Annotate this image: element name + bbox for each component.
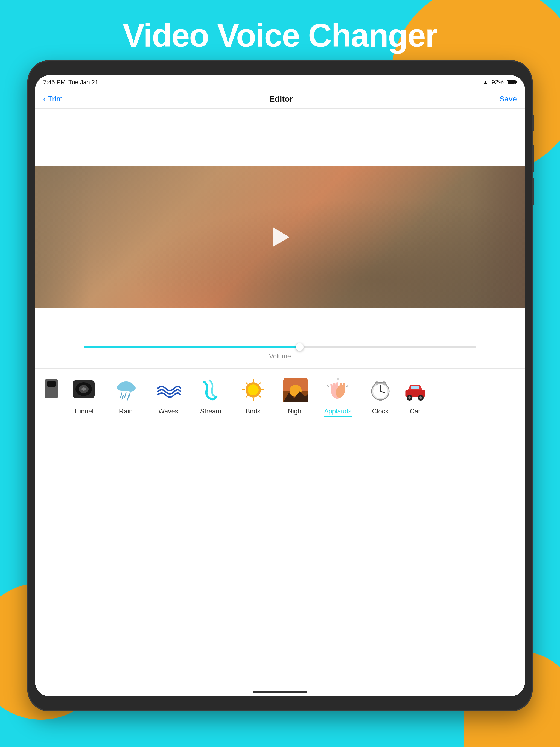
svg-point-5 bbox=[81, 387, 86, 391]
sound-item-partial-left[interactable]: t bbox=[41, 376, 62, 415]
video-player[interactable] bbox=[35, 166, 525, 308]
back-button[interactable]: ‹ Trim bbox=[43, 94, 63, 104]
svg-rect-34 bbox=[342, 383, 345, 389]
date-display: Tue Jan 21 bbox=[68, 79, 98, 86]
svg-rect-1 bbox=[47, 381, 55, 387]
waves-label: Waves bbox=[158, 407, 178, 415]
ipad-power-button[interactable] bbox=[533, 115, 534, 131]
svg-rect-48 bbox=[411, 386, 414, 389]
status-bar: 7:45 PM Tue Jan 21 ▲ 92% bbox=[35, 75, 525, 89]
ipad-frame: 7:45 PM Tue Jan 21 ▲ 92% ‹ Trim Editor bbox=[27, 60, 533, 712]
svg-line-13 bbox=[127, 395, 129, 400]
page-title: Editor bbox=[269, 94, 293, 104]
svg-line-11 bbox=[129, 393, 130, 397]
status-left: 7:45 PM Tue Jan 21 bbox=[43, 79, 98, 86]
volume-area: Volume bbox=[35, 308, 525, 368]
nav-bar: ‹ Trim Editor Save bbox=[35, 89, 525, 108]
sound-item-car[interactable]: Car bbox=[401, 376, 429, 415]
svg-line-10 bbox=[125, 393, 126, 397]
applauds-icon bbox=[324, 376, 352, 404]
sound-item-birds[interactable]: Birds bbox=[232, 376, 274, 415]
tunnel-icon bbox=[70, 376, 97, 404]
svg-point-53 bbox=[419, 396, 422, 399]
car-label: Car bbox=[410, 407, 421, 415]
battery-fill bbox=[508, 81, 515, 84]
slider-fill bbox=[84, 346, 299, 347]
volume-label: Volume bbox=[269, 353, 291, 360]
sound-item-tunnel[interactable]: Tunnel bbox=[62, 376, 105, 415]
svg-line-21 bbox=[259, 395, 261, 397]
svg-line-36 bbox=[346, 385, 348, 387]
above-video-area bbox=[35, 108, 525, 166]
sound-item-clock[interactable]: Clock bbox=[359, 376, 401, 415]
svg-point-15 bbox=[248, 384, 259, 395]
slider-thumb[interactable] bbox=[296, 343, 304, 351]
night-label: Night bbox=[288, 407, 303, 415]
clock-label: Clock bbox=[372, 407, 388, 415]
tunnel-label: Tunnel bbox=[74, 407, 94, 415]
sound-item-night[interactable]: Night bbox=[274, 376, 316, 415]
battery-percent: 92% bbox=[492, 79, 504, 86]
sound-item-waves[interactable]: Waves bbox=[147, 376, 189, 415]
ipad-volume-down-button[interactable] bbox=[533, 178, 534, 205]
chevron-left-icon: ‹ bbox=[43, 94, 46, 104]
play-button[interactable] bbox=[268, 225, 292, 249]
svg-point-52 bbox=[408, 396, 411, 399]
svg-line-9 bbox=[121, 393, 122, 397]
wifi-icon: ▲ bbox=[482, 79, 488, 86]
birds-label: Birds bbox=[246, 407, 261, 415]
battery-tip bbox=[516, 81, 517, 83]
stream-label: Stream bbox=[200, 407, 221, 415]
battery-icon bbox=[507, 80, 517, 84]
time-display: 7:45 PM bbox=[43, 79, 66, 86]
svg-line-12 bbox=[122, 395, 123, 400]
svg-rect-49 bbox=[415, 386, 419, 389]
volume-slider-container[interactable] bbox=[84, 346, 476, 348]
applauds-label: Applauds bbox=[324, 407, 351, 417]
stream-icon bbox=[197, 376, 225, 404]
rain-icon bbox=[112, 376, 140, 404]
svg-point-7 bbox=[117, 384, 126, 391]
waves-icon bbox=[155, 376, 182, 404]
sound-items-list: t Tunnel bbox=[35, 368, 525, 424]
sound-item-stream[interactable]: Stream bbox=[189, 376, 232, 415]
ipad-screen: 7:45 PM Tue Jan 21 ▲ 92% ‹ Trim Editor bbox=[35, 75, 525, 696]
birds-icon bbox=[239, 376, 267, 404]
sound-item-applauds[interactable]: Applauds bbox=[316, 376, 359, 417]
partial-icon bbox=[43, 376, 59, 404]
svg-line-23 bbox=[246, 395, 248, 397]
svg-line-22 bbox=[259, 383, 261, 384]
save-button[interactable]: Save bbox=[499, 95, 517, 103]
clock-icon bbox=[367, 376, 394, 404]
play-icon bbox=[273, 228, 289, 247]
sound-effects-toolbar: t Tunnel bbox=[35, 368, 525, 696]
back-label: Trim bbox=[48, 95, 63, 103]
home-indicator[interactable] bbox=[253, 691, 307, 693]
svg-line-20 bbox=[246, 383, 248, 384]
night-icon bbox=[282, 376, 309, 404]
status-right: ▲ 92% bbox=[482, 79, 517, 86]
ipad-volume-up-button[interactable] bbox=[533, 145, 534, 172]
svg-rect-46 bbox=[379, 400, 382, 401]
svg-line-35 bbox=[327, 385, 329, 387]
app-title: Video Voice Changer bbox=[0, 17, 560, 54]
rain-label: Rain bbox=[119, 407, 133, 415]
car-icon bbox=[404, 376, 426, 404]
svg-rect-30 bbox=[330, 383, 333, 389]
battery-body bbox=[507, 80, 516, 84]
svg-rect-32 bbox=[336, 382, 338, 388]
svg-point-45 bbox=[380, 390, 381, 392]
svg-point-8 bbox=[126, 384, 136, 391]
sound-item-rain[interactable]: Rain bbox=[105, 376, 147, 415]
